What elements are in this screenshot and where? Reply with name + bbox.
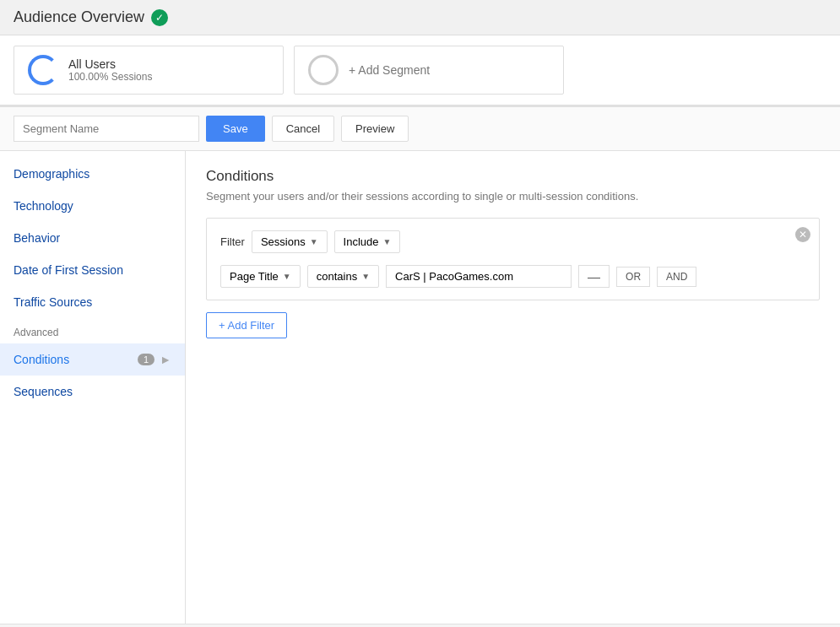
bottom-bar (0, 624, 840, 627)
close-filter-button[interactable]: ✕ (795, 227, 810, 242)
filter-value-input[interactable] (386, 265, 572, 288)
page-title: Audience Overview (14, 8, 144, 26)
filter-minus-button[interactable]: — (578, 265, 610, 288)
advanced-section-label: Advanced (0, 318, 185, 343)
filter-row: Page Title ▼ contains ▼ — OR AND (220, 265, 805, 288)
segment-name: All Users (68, 57, 152, 71)
filter-or-button[interactable]: OR (616, 267, 650, 287)
conditions-badge: 1 (138, 354, 154, 365)
preview-button[interactable]: Preview (341, 116, 409, 142)
conditions-arrow-icon: ► (160, 353, 171, 366)
add-segment-label: + Add Segment (349, 63, 430, 77)
filter-and-button[interactable]: AND (657, 267, 696, 287)
add-filter-button[interactable]: + Add Filter (206, 312, 287, 338)
sidebar: Demographics Technology Behavior Date of… (0, 151, 186, 624)
segment-sub: 100.00% Sessions (68, 71, 152, 83)
page-title-dropdown[interactable]: Page Title ▼ (220, 265, 301, 288)
filter-header: Filter Sessions ▼ Include ▼ (220, 230, 805, 253)
conditions-description: Segment your users and/or their sessions… (206, 190, 820, 203)
sessions-dropdown[interactable]: Sessions ▼ (252, 230, 328, 253)
main-content: Conditions Segment your users and/or the… (186, 151, 840, 624)
include-dropdown[interactable]: Include ▼ (334, 230, 401, 253)
all-users-segment-card[interactable]: All Users 100.00% Sessions (14, 46, 284, 95)
editor-toolbar: Save Cancel Preview (0, 107, 840, 151)
sidebar-item-technology[interactable]: Technology (0, 190, 185, 222)
verified-icon: ✓ (151, 9, 168, 26)
sidebar-item-demographics[interactable]: Demographics (0, 158, 185, 190)
filter-label: Filter (220, 235, 245, 248)
segment-info: All Users 100.00% Sessions (68, 57, 152, 83)
segment-name-input[interactable] (14, 116, 199, 142)
contains-dropdown[interactable]: contains ▼ (307, 265, 379, 288)
page-title-dropdown-arrow: ▼ (283, 272, 291, 281)
cancel-button[interactable]: Cancel (272, 116, 334, 142)
sidebar-item-sequences[interactable]: Sequences (0, 376, 185, 408)
segment-row: All Users 100.00% Sessions + Add Segment (0, 35, 840, 106)
top-bar: Audience Overview ✓ (0, 0, 840, 35)
editor: Save Cancel Preview Demographics Technol… (0, 106, 840, 624)
contains-dropdown-arrow: ▼ (361, 272, 370, 281)
sessions-dropdown-arrow: ▼ (310, 237, 318, 246)
editor-body: Demographics Technology Behavior Date of… (0, 151, 840, 624)
add-segment-icon (308, 55, 339, 85)
add-segment-card[interactable]: + Add Segment (294, 46, 564, 95)
sidebar-item-date-of-first-session[interactable]: Date of First Session (0, 254, 185, 286)
sidebar-item-behavior[interactable]: Behavior (0, 222, 185, 254)
include-dropdown-arrow: ▼ (382, 237, 391, 246)
donut-chart (28, 55, 58, 85)
sidebar-item-conditions[interactable]: Conditions 1 ► (0, 343, 185, 376)
save-button[interactable]: Save (206, 116, 265, 142)
sidebar-item-traffic-sources[interactable]: Traffic Sources (0, 286, 185, 318)
conditions-title: Conditions (206, 168, 820, 185)
filter-box: ✕ Filter Sessions ▼ Include ▼ Page Title (206, 218, 820, 300)
